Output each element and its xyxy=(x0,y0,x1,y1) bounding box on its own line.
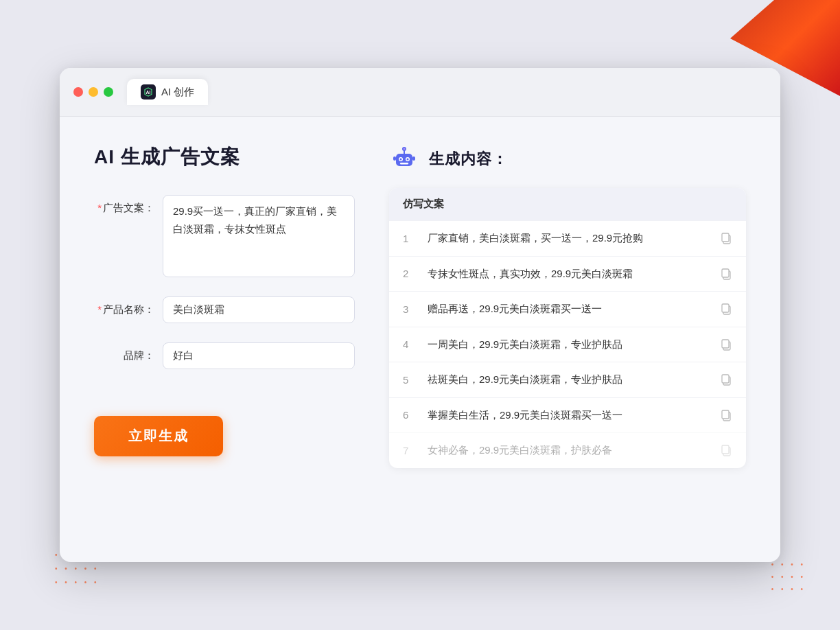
svg-rect-12 xyxy=(412,156,415,161)
row-number: 6 xyxy=(403,409,417,421)
table-row: 2专抹女性斑点，真实功效，29.9元美白淡斑霜 xyxy=(389,256,746,292)
brand-label: 品牌： xyxy=(94,342,163,362)
result-header: 生成内容： xyxy=(389,144,746,174)
generate-button[interactable]: 立即生成 xyxy=(94,416,223,456)
maximize-button[interactable] xyxy=(104,87,113,97)
table-row: 5祛斑美白，29.9元美白淡斑霜，专业护肤品 xyxy=(389,362,746,397)
ad-copy-label: *广告文案： xyxy=(94,195,163,215)
copy-icon[interactable] xyxy=(720,444,732,456)
row-number: 7 xyxy=(403,445,417,456)
svg-point-6 xyxy=(407,159,409,161)
svg-rect-7 xyxy=(400,163,408,165)
result-title: 生成内容： xyxy=(429,149,508,170)
minimize-button[interactable] xyxy=(89,87,98,97)
table-row: 6掌握美白生活，29.9元美白淡斑霜买一送一 xyxy=(389,397,746,433)
svg-rect-18 xyxy=(722,304,729,312)
copy-icon[interactable] xyxy=(720,409,732,421)
table-row: 1厂家直销，美白淡斑霜，买一送一，29.9元抢购 xyxy=(389,220,746,256)
svg-rect-14 xyxy=(722,233,729,242)
left-panel: AI 生成广告文案 *广告文案： 29.9买一送一，真正的厂家直销，美白淡斑霜，… xyxy=(94,144,355,528)
svg-text:AI: AI xyxy=(146,90,151,95)
traffic-lights xyxy=(73,87,113,97)
svg-rect-20 xyxy=(722,340,729,348)
row-number: 4 xyxy=(403,338,417,350)
row-content: 女神必备，29.9元美白淡斑霜，护肤必备 xyxy=(428,443,709,458)
copy-icon[interactable] xyxy=(720,232,732,244)
product-name-group: *产品名称： xyxy=(94,296,355,323)
brand-group: 品牌： xyxy=(94,342,355,369)
title-bar: AI AI 创作 xyxy=(60,68,780,117)
table-row: 7女神必备，29.9元美白淡斑霜，护肤必备 xyxy=(389,432,746,468)
svg-rect-16 xyxy=(722,269,729,277)
copy-icon[interactable] xyxy=(720,338,732,351)
copy-icon[interactable] xyxy=(720,373,732,386)
close-button[interactable] xyxy=(73,87,83,97)
brand-input[interactable] xyxy=(163,342,355,369)
product-name-label: *产品名称： xyxy=(94,296,163,316)
browser-window: AI AI 创作 AI 生成广告文案 *广告文案： 29.9买一送一，真正的厂家… xyxy=(60,68,780,562)
copy-icon[interactable] xyxy=(720,303,732,315)
row-content: 一周美白，29.9元美白淡斑霜，专业护肤品 xyxy=(428,337,709,353)
robot-icon xyxy=(389,144,419,174)
right-panel: 生成内容： 仿写文案 1厂家直销，美白淡斑霜，买一送一，29.9元抢购 2专抹女… xyxy=(389,144,746,528)
row-content: 专抹女性斑点，真实功效，29.9元美白淡斑霜 xyxy=(428,266,709,282)
result-rows-container: 1厂家直销，美白淡斑霜，买一送一，29.9元抢购 2专抹女性斑点，真实功效，29… xyxy=(389,220,746,468)
svg-point-10 xyxy=(404,148,406,150)
svg-rect-22 xyxy=(722,375,729,383)
tab-title: AI 创作 xyxy=(161,86,194,99)
table-header: 仿写文案 xyxy=(389,188,746,220)
row-number: 1 xyxy=(403,233,417,244)
row-number: 3 xyxy=(403,303,417,315)
row-content: 厂家直销，美白淡斑霜，买一送一，29.9元抢购 xyxy=(428,231,709,246)
row-content: 祛斑美白，29.9元美白淡斑霜，专业护肤品 xyxy=(428,372,709,388)
product-name-input[interactable] xyxy=(163,296,355,323)
row-content: 赠品再送，29.9元美白淡斑霜买一送一 xyxy=(428,301,709,317)
result-table: 仿写文案 1厂家直销，美白淡斑霜，买一送一，29.9元抢购 2专抹女性斑点，真实… xyxy=(389,188,746,468)
bg-decoration-dots-bottom-right: • • • •• • • •• • • • xyxy=(771,559,806,596)
svg-rect-11 xyxy=(393,156,396,161)
row-number: 5 xyxy=(403,374,417,386)
svg-rect-26 xyxy=(722,445,729,454)
row-number: 2 xyxy=(403,268,417,279)
copy-icon[interactable] xyxy=(720,268,732,280)
ad-copy-input[interactable]: 29.9买一送一，真正的厂家直销，美白淡斑霜，专抹女性斑点 xyxy=(163,195,355,277)
svg-point-5 xyxy=(400,159,402,161)
page-title: AI 生成广告文案 xyxy=(94,144,355,170)
active-tab[interactable]: AI AI 创作 xyxy=(127,79,208,105)
row-content: 掌握美白生活，29.9元美白淡斑霜买一送一 xyxy=(428,408,709,423)
tab-icon: AI xyxy=(141,84,156,100)
content-area: AI 生成广告文案 *广告文案： 29.9买一送一，真正的厂家直销，美白淡斑霜，… xyxy=(60,117,780,556)
table-row: 4一周美白，29.9元美白淡斑霜，专业护肤品 xyxy=(389,327,746,362)
product-name-required: * xyxy=(97,303,102,315)
ad-copy-group: *广告文案： 29.9买一送一，真正的厂家直销，美白淡斑霜，专抹女性斑点 xyxy=(94,195,355,277)
ad-copy-required: * xyxy=(97,202,102,213)
table-row: 3赠品再送，29.9元美白淡斑霜买一送一 xyxy=(389,291,746,327)
svg-rect-24 xyxy=(722,410,729,419)
